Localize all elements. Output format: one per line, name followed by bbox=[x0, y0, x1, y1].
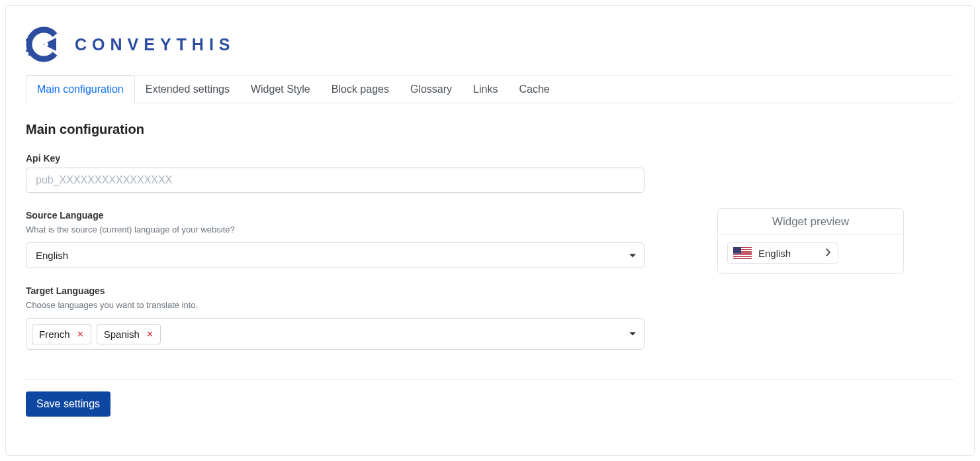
caret-down-icon bbox=[629, 333, 636, 336]
source-language-select[interactable]: English bbox=[26, 242, 645, 268]
tag-label: French bbox=[39, 329, 70, 340]
widget-preview-card: Widget preview English bbox=[717, 208, 904, 274]
svg-rect-4 bbox=[26, 50, 28, 52]
save-settings-button[interactable]: Save settings bbox=[26, 391, 111, 417]
svg-rect-1 bbox=[28, 35, 30, 37]
brand-logo: CONVEYTHIS bbox=[26, 19, 954, 63]
svg-point-0 bbox=[44, 42, 48, 46]
widget-preview-title: Widget preview bbox=[718, 209, 903, 234]
target-language-tag-french: French ✕ bbox=[32, 324, 91, 344]
source-language-help: What is the source (current) language of… bbox=[26, 225, 645, 234]
brand-name: CONVEYTHIS bbox=[75, 35, 236, 54]
caret-down-icon bbox=[629, 254, 636, 257]
widget-language-switcher[interactable]: English bbox=[727, 242, 838, 264]
tag-label: Spanish bbox=[104, 329, 140, 340]
remove-tag-icon[interactable]: ✕ bbox=[77, 329, 84, 339]
tab-block-pages[interactable]: Block pages bbox=[321, 76, 400, 103]
target-languages-help: Choose languages you want to translate i… bbox=[26, 300, 645, 310]
tab-links[interactable]: Links bbox=[463, 76, 508, 103]
target-languages-label: Target Languages bbox=[26, 285, 645, 296]
target-language-tag-spanish: Spanish ✕ bbox=[97, 324, 161, 344]
svg-rect-5 bbox=[28, 50, 30, 52]
section-title: Main configuration bbox=[26, 122, 645, 137]
remove-tag-icon[interactable]: ✕ bbox=[146, 329, 154, 339]
chevron-right-icon bbox=[826, 247, 831, 259]
tab-cache[interactable]: Cache bbox=[508, 76, 560, 103]
footer-divider bbox=[26, 379, 954, 380]
svg-rect-3 bbox=[28, 39, 30, 41]
tab-widget-style[interactable]: Widget Style bbox=[240, 76, 321, 103]
source-language-label: Source Language bbox=[26, 210, 645, 221]
api-key-label: Api Key bbox=[26, 153, 645, 164]
tab-extended-settings[interactable]: Extended settings bbox=[135, 76, 240, 103]
svg-rect-2 bbox=[26, 39, 28, 41]
source-language-value: English bbox=[36, 250, 68, 261]
flag-us-icon bbox=[733, 247, 752, 259]
api-key-input[interactable] bbox=[26, 168, 645, 193]
target-languages-select[interactable]: French ✕ Spanish ✕ bbox=[26, 318, 645, 350]
tab-glossary[interactable]: Glossary bbox=[400, 76, 463, 103]
widget-language-label: English bbox=[758, 248, 791, 259]
logo-icon bbox=[26, 26, 63, 63]
svg-rect-6 bbox=[28, 54, 30, 56]
tabs-nav: Main configuration Extended settings Wid… bbox=[26, 76, 954, 103]
tab-main-configuration[interactable]: Main configuration bbox=[26, 76, 135, 103]
